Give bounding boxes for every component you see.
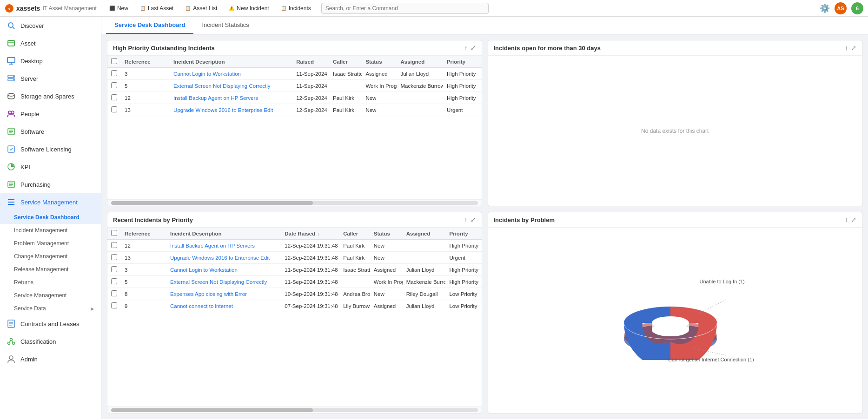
sidebar-item-admin[interactable]: Admin [0,350,101,368]
row-check[interactable] [107,92,121,104]
sidebar-label-admin: Admin [20,356,38,363]
row-description[interactable]: External Screen Not Displaying Correctly [170,80,292,92]
sidebar-sub-service-management[interactable]: Service Management [0,289,101,302]
sidebar-item-discover[interactable]: Discover [0,17,101,34]
widget-recent-incidents-scrollbar[interactable] [111,408,478,412]
svg-point-35 [13,342,15,345]
widget-incidents-by-problem-up-btn[interactable]: ↑ [845,216,848,223]
row-description[interactable]: Upgrade Windows 2016 to Enterprise Edit [170,104,292,116]
row-status: Assigned [370,300,403,312]
widget-incidents-by-problem-expand-btn[interactable]: ⤢ [851,216,856,223]
row-description[interactable]: External Screen Not Displaying Correctly [166,276,281,288]
sidebar-item-software[interactable]: Software [0,123,101,140]
sidebar-item-desktop[interactable]: Desktop [0,52,101,70]
row-description[interactable]: Expenses App closing with Error [166,288,281,300]
widget-high-priority-scrollbar-inner [111,201,313,205]
row-ref: 12 [121,92,170,104]
sidebar-label-asset: Asset [20,40,36,47]
table-row: 13 Upgrade Windows 2016 to Enterprise Ed… [107,104,482,116]
row-check[interactable] [107,68,121,80]
sidebar-item-software-licensing[interactable]: Software Licensing [0,140,101,158]
col-status-ri: Status [370,228,403,240]
row-priority: Urgent [443,104,482,116]
asset-list-button[interactable]: 📋 Asset List [182,3,220,13]
sidebar-label-discover: Discover [20,22,44,29]
admin-icon [7,354,16,364]
app-logo[interactable]: x xassets IT Asset Management [5,4,97,13]
settings-icon[interactable]: ⚙️ [820,3,830,13]
widget-high-priority-scrollbar[interactable] [111,201,478,205]
row-check[interactable] [107,264,121,276]
sidebar-label-desktop: Desktop [20,58,43,65]
sidebar-item-storage-spares[interactable]: Storage and Spares [0,87,101,105]
widget-recent-incidents-footer [107,406,482,413]
select-all-ri[interactable] [111,230,117,236]
storage-icon [7,92,16,101]
widget-high-priority-up-btn[interactable]: ↑ [464,44,468,52]
widget-30days-up-btn[interactable]: ↑ [845,44,848,52]
row-description[interactable]: Cannot connect to internet [166,300,281,312]
row-assigned: Julian Lloyd [397,68,443,80]
new-incident-button[interactable]: ⚠️ New Incident [225,3,272,13]
sidebar-sub-label-incident-management: Incident Management [14,227,67,234]
new-button[interactable]: ⬛ New [106,3,131,13]
row-check[interactable] [107,288,121,300]
sidebar-item-kpi[interactable]: KPI [0,158,101,176]
widget-recent-incidents-header: Recent Incidents by Priority ↑ ⤢ [107,212,482,228]
sidebar-sub-service-desk-dashboard[interactable]: Service Desk Dashboard [0,211,101,224]
widget-recent-incidents-up-btn[interactable]: ↑ [464,216,468,223]
col-ref-ri: Reference [121,228,166,240]
col-priority-ri: Priority [445,228,481,240]
row-check[interactable] [107,252,121,264]
widget-high-priority-expand-btn[interactable]: ⤢ [470,44,476,52]
tab-incident-statistics[interactable]: Incident Statistics [193,17,257,34]
widget-30days-expand-btn[interactable]: ⤢ [851,44,856,52]
sidebar-item-classification[interactable]: Classification [0,333,101,350]
svg-rect-6 [7,58,15,63]
user-avatar[interactable]: AS [835,2,847,14]
row-description[interactable]: Cannot Login to Workstation [170,68,292,80]
sidebar-item-contracts-leases[interactable]: Contracts and Leases [0,315,101,333]
sidebar-sub-service-data[interactable]: Service Data ▶ [0,302,101,315]
sidebar-item-service-management[interactable]: Service Management [0,193,101,211]
sidebar-sub-incident-management[interactable]: Incident Management [0,224,101,237]
sidebar-item-purchasing[interactable]: Purchasing [0,176,101,193]
row-description[interactable]: Cannot Login to Workstation [166,264,281,276]
sidebar-sub-change-management[interactable]: Change Management [0,250,101,263]
sidebar-sub-release-management[interactable]: Release Management [0,263,101,276]
sidebar-sub-returns[interactable]: Returns [0,276,101,289]
widget-high-priority-table-scroll[interactable]: Reference Incident Description Raised Ca… [107,56,482,199]
kpi-icon [7,162,16,171]
row-check[interactable] [107,300,121,312]
widget-recent-incidents-expand-btn[interactable]: ⤢ [470,216,476,223]
select-all-hp[interactable] [111,58,117,64]
widget-recent-incidents-table-scroll[interactable]: Reference Incident Description Date Rais… [107,228,482,406]
incidents-button[interactable]: 📋 Incidents [278,3,314,13]
sidebar-item-server[interactable]: Server [0,70,101,87]
sidebar-item-people[interactable]: People [0,105,101,123]
sidebar-label-storage-spares: Storage and Spares [20,93,74,100]
row-description[interactable]: Install Backup Agent on HP Servers [166,240,281,252]
sidebar-item-asset[interactable]: Asset [0,34,101,52]
last-asset-button[interactable]: 📋 Last Asset [137,3,176,13]
widget-high-priority-footer [107,199,482,206]
row-priority: Low Priority [445,288,481,300]
widget-recent-incidents-title: Recent Incidents by Priority [113,216,193,223]
new-incident-label: New Incident [237,5,269,12]
row-description[interactable]: Upgrade Windows 2016 to Enterprise Edit [166,252,281,264]
row-description[interactable]: Install Backup Agent on HP Servers [170,92,292,104]
svg-point-13 [8,93,14,96]
row-check[interactable] [107,276,121,288]
row-status: New [370,240,403,252]
notification-badge[interactable]: 6 [851,2,863,14]
row-check[interactable] [107,104,121,116]
row-check[interactable] [107,80,121,92]
tab-service-desk-dashboard[interactable]: Service Desk Dashboard [106,17,193,34]
row-raised: 12-Sep-2024 19:31:48 [281,252,339,264]
search-input[interactable] [321,3,489,14]
row-priority: High Priority [443,80,482,92]
row-ref: 3 [121,264,166,276]
row-caller: Lily Burrows [339,300,370,312]
row-check[interactable] [107,240,121,252]
sidebar-sub-problem-management[interactable]: Problem Management [0,237,101,250]
